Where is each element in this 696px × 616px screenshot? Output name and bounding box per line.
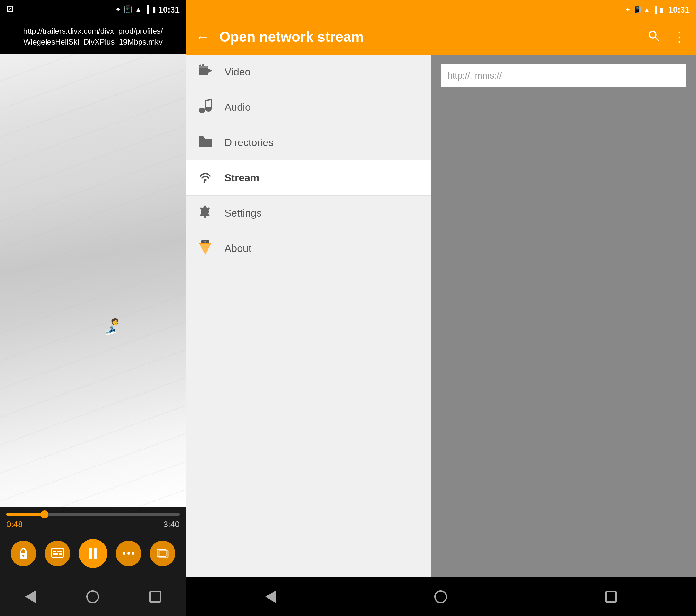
video-title: http://trailers.divx.com/divx_prod/profi… bbox=[0, 19, 186, 53]
progress-fill bbox=[6, 513, 45, 516]
vibrate-icon-right: 📳 bbox=[633, 6, 641, 14]
video-icon bbox=[198, 64, 212, 77]
pause-icon bbox=[89, 548, 97, 559]
svg-rect-6 bbox=[59, 553, 62, 555]
status-bar-left: 🖼 ✦ 📳 ▲ ▐ ▮ 10:31 bbox=[0, 0, 186, 19]
audio-nav-icon bbox=[196, 99, 215, 116]
back-button[interactable]: ← bbox=[192, 26, 213, 48]
home-nav-right[interactable] bbox=[434, 590, 447, 603]
svg-point-16 bbox=[199, 108, 205, 113]
right-panel: ✦ 📳 ▲ ▐ ▮ 10:31 ← Open network stream ⋮ bbox=[186, 0, 696, 616]
directories-nav-label: Directories bbox=[224, 137, 273, 148]
nav-item-video[interactable]: Video bbox=[186, 54, 431, 90]
time-total: 3:40 bbox=[163, 519, 179, 530]
stream-nav-label: Stream bbox=[224, 172, 259, 184]
vibrate-icon: 📳 bbox=[124, 5, 132, 14]
wifi-icon-right: ▲ bbox=[644, 6, 650, 14]
screenshot-icon: 🖼 bbox=[6, 5, 14, 14]
video-nav-label: Video bbox=[224, 66, 251, 78]
battery-icon: ▮ bbox=[152, 5, 156, 14]
wifi-icon: ▲ bbox=[135, 5, 142, 14]
ski-video-frame: 🎿 🧑 bbox=[0, 53, 186, 507]
time-right: 10:31 bbox=[668, 5, 690, 15]
about-nav-label: About bbox=[224, 242, 251, 254]
battery-icon-right: ▮ bbox=[660, 6, 663, 14]
lock-icon bbox=[18, 547, 29, 560]
progress-thumb[interactable] bbox=[41, 510, 48, 518]
recents-nav-left[interactable] bbox=[149, 591, 161, 602]
bluetooth-icon-right: ✦ bbox=[625, 6, 631, 14]
svg-point-22 bbox=[204, 179, 207, 181]
subtitle-icon bbox=[51, 548, 64, 559]
svg-marker-25 bbox=[200, 244, 211, 255]
nav-empty-space bbox=[186, 266, 431, 578]
status-icons-right: ✦ 📳 ▲ ▐ ▮ 10:31 bbox=[625, 5, 690, 15]
nav-item-settings[interactable]: Settings bbox=[186, 196, 431, 231]
nav-item-directories[interactable]: Directories bbox=[186, 125, 431, 160]
header-bar: ← Open network stream ⋮ bbox=[186, 19, 696, 54]
settings-nav-label: Settings bbox=[224, 207, 262, 219]
antenna-icon bbox=[198, 169, 213, 184]
content-behind: http://, mms:// bbox=[431, 54, 696, 578]
svg-line-10 bbox=[655, 37, 659, 41]
bluetooth-icon: ✦ bbox=[115, 5, 121, 14]
more-icon bbox=[123, 552, 135, 555]
folder-nav-icon bbox=[196, 135, 215, 151]
svg-point-17 bbox=[205, 107, 212, 112]
progress-bar[interactable] bbox=[6, 513, 179, 516]
time-left: 10:31 bbox=[158, 5, 180, 15]
recents-nav-right[interactable] bbox=[605, 591, 617, 602]
svg-line-20 bbox=[205, 99, 212, 101]
pause-button[interactable] bbox=[79, 539, 108, 568]
audio-nav-label: Audio bbox=[224, 101, 251, 113]
controls-area: 0:48 3:40 bbox=[0, 507, 186, 578]
crop-icon bbox=[157, 547, 169, 559]
time-row: 0:48 3:40 bbox=[6, 519, 179, 530]
svg-point-27 bbox=[204, 241, 206, 242]
signal-icon: ▐ bbox=[144, 5, 149, 14]
more-button[interactable] bbox=[116, 541, 141, 566]
nav-bar-right bbox=[186, 578, 696, 616]
vlc-cone-icon bbox=[198, 239, 212, 255]
playback-buttons bbox=[6, 536, 179, 574]
video-area[interactable]: 🎿 🧑 bbox=[0, 53, 186, 507]
crop-button[interactable] bbox=[150, 541, 175, 566]
nav-item-audio[interactable]: Audio bbox=[186, 90, 431, 125]
svg-rect-14 bbox=[199, 66, 208, 68]
back-nav-right[interactable] bbox=[265, 590, 276, 603]
time-current: 0:48 bbox=[6, 519, 23, 530]
subtitle-button[interactable] bbox=[45, 541, 70, 566]
svg-rect-4 bbox=[57, 551, 62, 552]
status-icons-left: ✦ 📳 ▲ ▐ ▮ 10:31 bbox=[115, 5, 179, 15]
audio-icon bbox=[199, 99, 212, 113]
url-hint: http://, mms:// bbox=[447, 70, 502, 80]
video-nav-icon bbox=[196, 64, 215, 80]
left-panel: 🖼 ✦ 📳 ▲ ▐ ▮ 10:31 http://trailers.divx.c… bbox=[0, 0, 186, 616]
svg-rect-2 bbox=[52, 548, 63, 557]
vlc-nav-icon bbox=[196, 239, 215, 258]
home-nav-left[interactable] bbox=[86, 590, 99, 603]
nav-item-stream[interactable]: Stream bbox=[186, 160, 431, 196]
stream-nav-icon bbox=[196, 169, 215, 187]
signal-icon-right: ▐ bbox=[652, 6, 657, 14]
url-input-area[interactable]: http://, mms:// bbox=[441, 64, 686, 87]
settings-nav-icon bbox=[196, 205, 215, 222]
status-bar-right: ✦ 📳 ▲ ▐ ▮ 10:31 bbox=[186, 0, 696, 19]
nav-drawer: Video Audio bbox=[186, 54, 431, 578]
header-title: Open network stream bbox=[219, 29, 638, 45]
search-button[interactable] bbox=[645, 27, 663, 47]
nav-bar-left bbox=[0, 578, 186, 616]
main-content: Video Audio bbox=[186, 54, 696, 578]
nav-item-about[interactable]: About bbox=[186, 231, 431, 266]
gear-icon bbox=[198, 205, 212, 219]
back-nav-left[interactable] bbox=[25, 590, 36, 603]
more-header-button[interactable]: ⋮ bbox=[669, 30, 690, 44]
lock-button[interactable] bbox=[11, 541, 36, 566]
svg-rect-3 bbox=[53, 551, 56, 552]
svg-point-1 bbox=[22, 555, 25, 557]
search-icon bbox=[648, 30, 660, 42]
folder-icon bbox=[198, 135, 213, 147]
svg-marker-15 bbox=[208, 69, 212, 73]
svg-rect-5 bbox=[53, 553, 58, 555]
